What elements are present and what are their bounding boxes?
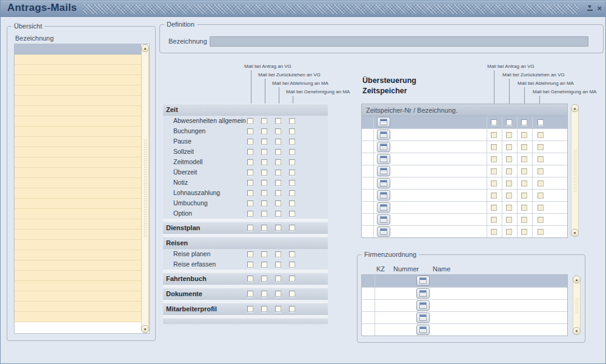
mail-checkbox[interactable] bbox=[261, 211, 267, 217]
mail-checkbox[interactable] bbox=[506, 229, 512, 235]
mail-checkbox[interactable] bbox=[261, 190, 267, 196]
bezeichnung-input[interactable] bbox=[210, 36, 588, 47]
list-row[interactable] bbox=[15, 178, 141, 188]
uebersicht-scrollbar-down-button[interactable]: ▼ bbox=[141, 325, 149, 333]
mail-checkbox[interactable] bbox=[506, 217, 512, 223]
mail-checkbox[interactable] bbox=[247, 276, 253, 282]
mail-checkbox[interactable] bbox=[538, 217, 544, 223]
zeitspeicher-row[interactable] bbox=[362, 165, 567, 177]
mail-checkbox[interactable] bbox=[289, 190, 295, 196]
mail-checkbox[interactable] bbox=[491, 217, 497, 223]
uebersicht-scrollbar-thumb[interactable] bbox=[144, 139, 147, 238]
mail-checkbox[interactable] bbox=[506, 168, 512, 174]
list-row[interactable] bbox=[15, 271, 141, 281]
mail-checkbox[interactable] bbox=[538, 205, 544, 211]
list-row[interactable] bbox=[15, 75, 141, 85]
mail-checkbox[interactable] bbox=[289, 139, 295, 145]
mail-checkbox[interactable] bbox=[275, 200, 281, 207]
mail-checkbox[interactable] bbox=[521, 156, 527, 162]
zeitspeicher-row[interactable] bbox=[362, 141, 567, 153]
zeitspeicher-row[interactable] bbox=[362, 153, 567, 165]
firmen-row[interactable] bbox=[362, 287, 567, 299]
row-selector[interactable] bbox=[362, 226, 374, 237]
mail-checkbox[interactable] bbox=[491, 205, 497, 211]
row-selector[interactable] bbox=[362, 214, 374, 225]
mail-checkbox[interactable] bbox=[538, 132, 544, 138]
mail-checkbox[interactable] bbox=[261, 128, 267, 134]
zeitspeicher-lookup-button[interactable] bbox=[377, 227, 390, 237]
mail-checkbox[interactable] bbox=[275, 211, 281, 217]
mail-checkbox[interactable] bbox=[506, 193, 512, 199]
mail-checkbox[interactable] bbox=[275, 190, 281, 196]
zeitspeicher-row[interactable] bbox=[362, 201, 567, 213]
list-row[interactable] bbox=[15, 199, 141, 209]
mail-checkbox[interactable] bbox=[275, 276, 281, 282]
list-row[interactable] bbox=[15, 230, 141, 240]
mail-checkbox[interactable] bbox=[275, 180, 281, 186]
firmen-lookup-button[interactable] bbox=[416, 325, 430, 335]
zeitspeicher-lookup-button[interactable] bbox=[377, 214, 390, 225]
list-row-selected[interactable] bbox=[15, 44, 141, 55]
mail-checkbox[interactable] bbox=[521, 180, 527, 187]
row-selector[interactable] bbox=[362, 116, 374, 128]
row-selector[interactable] bbox=[362, 141, 374, 153]
list-row[interactable] bbox=[15, 106, 141, 116]
mail-checkbox[interactable] bbox=[247, 139, 253, 145]
mail-checkbox[interactable] bbox=[275, 306, 281, 312]
list-row[interactable] bbox=[15, 260, 141, 271]
list-row[interactable] bbox=[15, 127, 141, 137]
mail-checkbox[interactable] bbox=[506, 119, 512, 125]
mail-checkbox[interactable] bbox=[247, 262, 253, 268]
mail-checkbox[interactable] bbox=[247, 180, 253, 186]
mail-checkbox[interactable] bbox=[247, 225, 253, 231]
mail-checkbox[interactable] bbox=[275, 118, 281, 124]
mail-checkbox[interactable] bbox=[275, 128, 281, 134]
mail-checkbox[interactable] bbox=[289, 200, 295, 207]
mail-checkbox[interactable] bbox=[289, 291, 295, 297]
mail-checkbox[interactable] bbox=[275, 170, 281, 176]
mail-checkbox[interactable] bbox=[491, 156, 497, 162]
mail-checkbox[interactable] bbox=[275, 159, 281, 165]
mail-checkbox[interactable] bbox=[521, 119, 527, 125]
mail-checkbox[interactable] bbox=[289, 159, 295, 165]
mail-checkbox[interactable] bbox=[247, 200, 253, 207]
firmen-row[interactable] bbox=[362, 299, 567, 311]
mail-checkbox[interactable] bbox=[289, 118, 295, 124]
firmen-row[interactable] bbox=[362, 275, 567, 287]
mail-checkbox[interactable] bbox=[521, 132, 527, 138]
mail-checkbox[interactable] bbox=[261, 180, 267, 186]
mail-checkbox[interactable] bbox=[521, 144, 527, 150]
zeitspeicher-row[interactable] bbox=[362, 213, 567, 225]
mail-checkbox[interactable] bbox=[491, 180, 497, 187]
mail-checkbox[interactable] bbox=[247, 190, 253, 196]
mail-checkbox[interactable] bbox=[538, 119, 544, 125]
close-icon[interactable]: × bbox=[597, 5, 602, 12]
zeitspeicher-row[interactable] bbox=[362, 116, 567, 128]
mail-checkbox[interactable] bbox=[521, 168, 527, 174]
mail-checkbox[interactable] bbox=[247, 118, 253, 124]
zeitspeicher-row[interactable] bbox=[362, 189, 567, 201]
zeitspeicher-lookup-button[interactable] bbox=[377, 166, 390, 176]
row-selector[interactable] bbox=[362, 153, 374, 165]
mail-checkbox[interactable] bbox=[289, 262, 295, 268]
mail-checkbox[interactable] bbox=[289, 149, 295, 155]
firmen-lookup-button[interactable] bbox=[416, 288, 430, 299]
mail-checkbox[interactable] bbox=[491, 193, 497, 199]
list-row[interactable] bbox=[15, 137, 141, 147]
row-selector[interactable] bbox=[362, 202, 374, 213]
list-row[interactable] bbox=[15, 96, 141, 106]
mail-checkbox[interactable] bbox=[491, 132, 497, 138]
list-row[interactable] bbox=[15, 157, 141, 168]
mail-checkbox[interactable] bbox=[491, 119, 497, 125]
mail-checkbox[interactable] bbox=[261, 225, 267, 231]
list-row[interactable] bbox=[15, 240, 141, 250]
row-selector[interactable] bbox=[362, 190, 374, 201]
firmen-lookup-button[interactable] bbox=[416, 313, 430, 323]
list-row[interactable] bbox=[15, 147, 141, 157]
mail-checkbox[interactable] bbox=[538, 193, 544, 199]
mail-checkbox[interactable] bbox=[521, 217, 527, 223]
mail-checkbox[interactable] bbox=[261, 149, 267, 155]
mail-checkbox[interactable] bbox=[247, 170, 253, 176]
mail-checkbox[interactable] bbox=[247, 128, 253, 134]
list-row[interactable] bbox=[15, 291, 141, 302]
